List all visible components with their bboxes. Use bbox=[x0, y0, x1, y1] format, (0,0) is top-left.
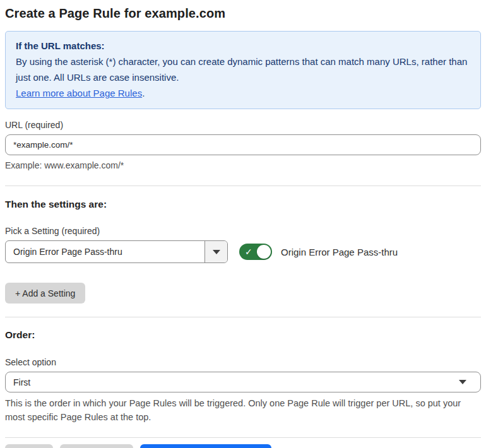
url-example-hint: Example: www.example.com/* bbox=[5, 159, 481, 172]
order-section-heading: Order: bbox=[5, 329, 481, 341]
url-match-info-box: If the URL matches: By using the asteris… bbox=[5, 31, 481, 109]
select-option-label: Select option bbox=[5, 357, 481, 367]
save-deploy-button[interactable]: Save and Deploy Page Rule bbox=[140, 444, 271, 448]
page-rule-form: Create a Page Rule for example.com If th… bbox=[0, 0, 486, 448]
order-select[interactable]: First bbox=[5, 372, 481, 392]
link-period: . bbox=[142, 88, 145, 98]
footer-actions: Cancel Save as Draft Save and Deploy Pag… bbox=[5, 444, 481, 448]
toggle-label: Origin Error Page Pass-thru bbox=[281, 247, 398, 257]
setting-row: Origin Error Page Pass-thru ✓ Origin Err… bbox=[5, 240, 481, 263]
divider bbox=[5, 186, 481, 186]
url-input[interactable] bbox=[5, 134, 481, 155]
learn-more-link[interactable]: Learn more about Page Rules bbox=[16, 88, 142, 98]
divider bbox=[5, 437, 481, 438]
setting-dropdown-value: Origin Error Page Pass-thru bbox=[6, 241, 204, 262]
divider bbox=[5, 317, 481, 317]
check-icon: ✓ bbox=[245, 247, 252, 256]
setting-dropdown-arrow-button[interactable] bbox=[204, 241, 227, 262]
url-field-label: URL (required) bbox=[5, 120, 481, 130]
info-box-heading: If the URL matches: bbox=[16, 38, 470, 54]
cancel-button[interactable]: Cancel bbox=[5, 444, 53, 448]
info-box-body: By using the asterisk (*) character, you… bbox=[16, 54, 470, 85]
order-hint: This is the order in which your Page Rul… bbox=[5, 396, 478, 424]
toggle-knob bbox=[257, 245, 271, 259]
order-select-value: First bbox=[13, 377, 459, 387]
chevron-down-icon bbox=[459, 380, 466, 384]
setting-dropdown[interactable]: Origin Error Page Pass-thru bbox=[5, 240, 228, 263]
settings-section-heading: Then the settings are: bbox=[5, 199, 481, 210]
page-title: Create a Page Rule for example.com bbox=[5, 6, 481, 21]
save-draft-button[interactable]: Save as Draft bbox=[60, 444, 134, 448]
info-box-link-line: Learn more about Page Rules. bbox=[16, 85, 470, 101]
add-setting-button[interactable]: + Add a Setting bbox=[5, 283, 85, 304]
origin-error-toggle[interactable]: ✓ bbox=[239, 244, 272, 260]
pick-setting-label: Pick a Setting (required) bbox=[5, 226, 481, 236]
chevron-down-icon bbox=[213, 250, 220, 254]
